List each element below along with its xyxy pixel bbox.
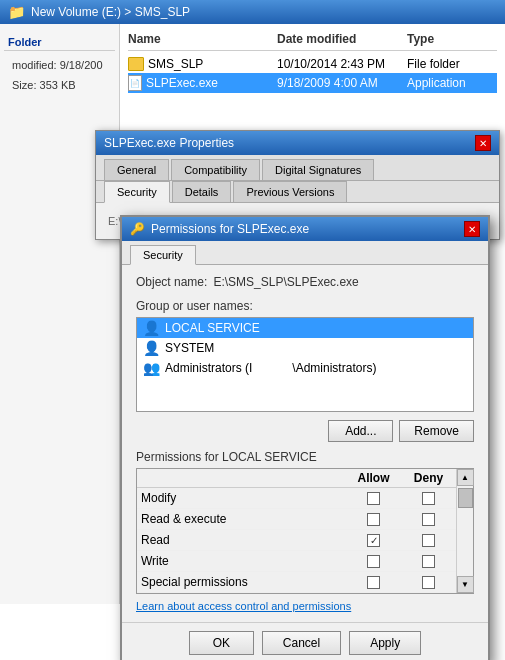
user-list: 👤 LOCAL SERVICE 👤 SYSTEM 👥 Administrator…	[136, 317, 474, 412]
table-row[interactable]: 📄 SLPExec.exe 9/18/2009 4:00 AM Applicat…	[128, 73, 497, 93]
permissions-dialog: 🔑 Permissions for SLPExec.exe ✕ Security…	[120, 215, 490, 660]
table-row: Special permissions	[137, 572, 456, 593]
tab-general[interactable]: General	[104, 159, 169, 180]
add-button[interactable]: Add...	[328, 420, 393, 442]
explorer-titlebar: 📁 New Volume (E:) > SMS_SLP	[0, 0, 505, 24]
object-name-value: E:\SMS_SLP\SLPExec.exe	[213, 275, 358, 289]
file-icon: 📄	[128, 75, 142, 91]
permissions-content: Object name: E:\SMS_SLP\SLPExec.exe Grou…	[122, 265, 488, 622]
header-type[interactable]: Type	[407, 32, 497, 46]
permissions-table-label: Permissions for LOCAL SERVICE	[136, 450, 474, 464]
scroll-thumb[interactable]	[458, 488, 473, 508]
user-btn-row: Add... Remove	[136, 420, 474, 442]
cancel-button[interactable]: Cancel	[262, 631, 341, 655]
allow-checkbox[interactable]	[367, 492, 380, 505]
permissions-close-button[interactable]: ✕	[464, 221, 480, 237]
allow-checkbox[interactable]	[367, 576, 380, 589]
table-row: Modify	[137, 488, 456, 509]
perm-name: Modify	[137, 488, 346, 508]
user-icon: 👥	[141, 360, 161, 376]
folder-icon	[128, 57, 144, 71]
user-name: LOCAL SERVICE	[165, 321, 260, 335]
allow-checkbox[interactable]	[367, 555, 380, 568]
allow-checkbox[interactable]	[367, 534, 380, 547]
permissions-title: Permissions for SLPExec.exe	[151, 222, 309, 236]
header-permission	[137, 469, 346, 487]
user-name: SYSTEM	[165, 341, 214, 355]
table-row: Read	[137, 530, 456, 551]
table-row: Write	[137, 551, 456, 572]
properties-titlebar: SLPExec.exe Properties ✕	[96, 131, 499, 155]
scroll-up-arrow[interactable]: ▲	[457, 469, 474, 486]
perm-name: Write	[137, 551, 346, 571]
object-name-label: Object name:	[136, 275, 207, 289]
explorer-title: New Volume (E:) > SMS_SLP	[31, 5, 190, 19]
permissions-icon: 🔑	[130, 222, 145, 236]
permissions-table-section: Permissions for LOCAL SERVICE Allow Deny…	[136, 450, 474, 594]
deny-checkbox[interactable]	[422, 555, 435, 568]
remove-button[interactable]: Remove	[399, 420, 474, 442]
permissions-scrollbar[interactable]: ▲ ▼	[456, 469, 473, 593]
sidebar-section: Folder	[4, 32, 115, 51]
file-date: 10/10/2014 2:43 PM	[277, 57, 407, 71]
ok-button[interactable]: OK	[189, 631, 254, 655]
explorer-sidebar: Folder modified: 9/18/200 Size: 353 KB	[0, 24, 120, 604]
object-name-row: Object name: E:\SMS_SLP\SLPExec.exe	[136, 275, 474, 289]
group-label: Group or user names:	[136, 299, 474, 313]
tab-previous-versions[interactable]: Previous Versions	[233, 181, 347, 202]
apply-button[interactable]: Apply	[349, 631, 421, 655]
permissions-table-header: Allow Deny	[137, 469, 456, 488]
sidebar-modified: modified: 9/18/200	[4, 55, 115, 75]
bottom-btn-row: OK Cancel Apply	[122, 622, 488, 660]
perm-name: Special permissions	[137, 572, 346, 592]
file-date: 9/18/2009 4:00 AM	[277, 76, 407, 90]
learn-link[interactable]: Learn about access control and permissio…	[136, 600, 474, 612]
header-name[interactable]: Name	[128, 32, 277, 46]
file-type: File folder	[407, 57, 497, 71]
tab-security[interactable]: Security	[104, 181, 170, 203]
allow-checkbox[interactable]	[367, 513, 380, 526]
list-item[interactable]: 👤 SYSTEM	[137, 338, 473, 358]
tab-digital-signatures[interactable]: Digital Signatures	[262, 159, 374, 180]
table-row[interactable]: SMS_SLP 10/10/2014 2:43 PM File folder	[128, 55, 497, 73]
user-icon: 👤	[141, 340, 161, 356]
properties-tabs: General Compatibility Digital Signatures	[96, 155, 499, 181]
perm-name: Read	[137, 530, 346, 550]
perm-name: Read & execute	[137, 509, 346, 529]
list-item[interactable]: 👥 Administrators (I \Administrators)	[137, 358, 473, 378]
properties-title: SLPExec.exe Properties	[104, 136, 234, 150]
file-name: SLPExec.exe	[146, 76, 218, 90]
user-icon: 👤	[141, 320, 161, 336]
tab-permissions-security[interactable]: Security	[130, 245, 196, 265]
tab-details[interactable]: Details	[172, 181, 232, 202]
list-item[interactable]: 👤 LOCAL SERVICE	[137, 318, 473, 338]
file-name: SMS_SLP	[148, 57, 203, 71]
deny-checkbox[interactable]	[422, 534, 435, 547]
deny-checkbox[interactable]	[422, 513, 435, 526]
deny-checkbox[interactable]	[422, 576, 435, 589]
sidebar-size: Size: 353 KB	[4, 75, 115, 95]
deny-checkbox[interactable]	[422, 492, 435, 505]
file-list-header: Name Date modified Type	[128, 32, 497, 51]
permissions-tabs: Security	[122, 241, 488, 265]
explorer-icon: 📁	[8, 4, 25, 20]
scroll-down-arrow[interactable]: ▼	[457, 576, 474, 593]
table-row: Read & execute	[137, 509, 456, 530]
file-type: Application	[407, 76, 497, 90]
tab-compatibility[interactable]: Compatibility	[171, 159, 260, 180]
user-name: Administrators (I \Administrators)	[165, 361, 376, 375]
header-deny: Deny	[401, 469, 456, 487]
header-allow: Allow	[346, 469, 401, 487]
permissions-titlebar: 🔑 Permissions for SLPExec.exe ✕	[122, 217, 488, 241]
header-date[interactable]: Date modified	[277, 32, 407, 46]
properties-close-button[interactable]: ✕	[475, 135, 491, 151]
permissions-table-body: Modify Read & execute	[137, 488, 456, 593]
